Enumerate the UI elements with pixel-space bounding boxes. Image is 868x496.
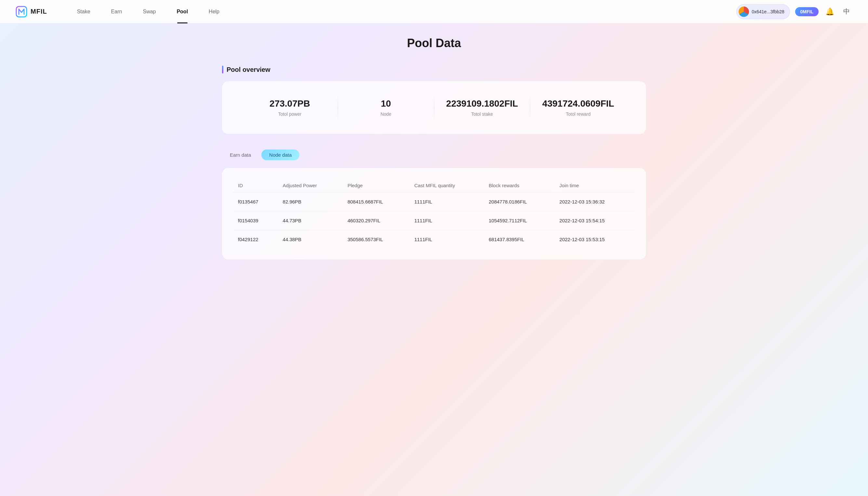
logo-area[interactable]: MFIL — [16, 6, 47, 18]
nav-earn[interactable]: Earn — [101, 0, 133, 24]
stat-node: 10 Node — [338, 98, 434, 117]
mfil-balance-badge[interactable]: 0MFIL — [795, 7, 819, 16]
stat-total-reward-value: 4391724.0609FIL — [530, 98, 626, 109]
nav-stake[interactable]: Stake — [67, 0, 101, 24]
stats-card: 273.07PB Totol power 10 Node 2239109.180… — [222, 81, 646, 134]
stat-total-reward: 4391724.0609FIL Totol reward — [530, 98, 626, 117]
cell-pledge-1: 460320.297FIL — [342, 211, 409, 230]
tab-node-data[interactable]: Node data — [261, 150, 299, 160]
col-cast-mfil: Cast MFIL quantity — [409, 179, 483, 192]
table-row: f0429122 44.38PB 350586.5573FIL 1111FIL … — [233, 230, 635, 249]
data-tabs: Earn data Node data — [222, 150, 646, 160]
data-table-card: ID Adjusted Power Pledge Cast MFIL quant… — [222, 168, 646, 259]
main-nav: Stake Earn Swap Pool Help — [67, 0, 737, 24]
stat-total-reward-label: Totol reward — [530, 111, 626, 117]
table-row: f0135467 82.96PB 808415.6687FIL 1111FIL … — [233, 192, 635, 211]
col-id: ID — [233, 179, 278, 192]
header: MFIL Stake Earn Swap Pool Help 0x641e...… — [0, 0, 868, 24]
cell-power-1: 44.73PB — [278, 211, 342, 230]
nav-pool[interactable]: Pool — [166, 0, 198, 24]
cell-pledge-0: 808415.6687FIL — [342, 192, 409, 211]
cell-time-1: 2022-12-03 15:54:15 — [554, 211, 635, 230]
cell-cast-2: 1111FIL — [409, 230, 483, 249]
table-body: f0135467 82.96PB 808415.6687FIL 1111FIL … — [233, 192, 635, 249]
cell-power-2: 44.38PB — [278, 230, 342, 249]
col-block-rewards: Block rewards — [483, 179, 554, 192]
notification-bell-icon[interactable]: 🔔 — [824, 6, 836, 18]
col-pledge: Pledge — [342, 179, 409, 192]
pool-overview-header: Pool overview — [222, 66, 646, 74]
logo-text: MFIL — [31, 8, 47, 15]
stat-total-power: 273.07PB Totol power — [242, 98, 338, 117]
tab-earn-data[interactable]: Earn data — [222, 150, 259, 160]
cell-rewards-1: 1054592.7112FIL — [483, 211, 554, 230]
cell-id-2: f0429122 — [233, 230, 278, 249]
table-header-row: ID Adjusted Power Pledge Cast MFIL quant… — [233, 179, 635, 192]
stat-total-stake-label: Totol stake — [434, 111, 530, 117]
cell-cast-1: 1111FIL — [409, 211, 483, 230]
cell-id-0: f0135467 — [233, 192, 278, 211]
cell-cast-0: 1111FIL — [409, 192, 483, 211]
cell-id-1: f0154039 — [233, 211, 278, 230]
header-right: 0x641e...3fbb28 0MFIL 🔔 中 — [737, 4, 852, 19]
stat-node-label: Node — [338, 111, 434, 117]
node-data-table: ID Adjusted Power Pledge Cast MFIL quant… — [233, 179, 635, 249]
col-join-time: Join time — [554, 179, 635, 192]
cell-time-0: 2022-12-03 15:36:32 — [554, 192, 635, 211]
wallet-avatar — [739, 6, 749, 17]
cell-power-0: 82.96PB — [278, 192, 342, 211]
stat-total-power-value: 273.07PB — [242, 98, 338, 109]
stat-total-stake-value: 2239109.1802FIL — [434, 98, 530, 109]
cell-rewards-2: 681437.8395FIL — [483, 230, 554, 249]
page-title: Pool Data — [222, 36, 646, 50]
nav-swap[interactable]: Swap — [132, 0, 166, 24]
stat-total-power-label: Totol power — [242, 111, 338, 117]
col-adjusted-power: Adjusted Power — [278, 179, 342, 192]
language-switcher-icon[interactable]: 中 — [841, 6, 852, 17]
table-row: f0154039 44.73PB 460320.297FIL 1111FIL 1… — [233, 211, 635, 230]
pool-overview-title: Pool overview — [227, 66, 270, 74]
logo-icon — [16, 6, 27, 18]
section-accent-bar — [222, 66, 223, 74]
table-header: ID Adjusted Power Pledge Cast MFIL quant… — [233, 179, 635, 192]
stat-node-value: 10 — [338, 98, 434, 109]
cell-time-2: 2022-12-03 15:53:15 — [554, 230, 635, 249]
wallet-address: 0x641e...3fbb28 — [751, 9, 784, 14]
cell-pledge-2: 350586.5573FIL — [342, 230, 409, 249]
main-content: Pool Data Pool overview 273.07PB Totol p… — [206, 24, 662, 273]
nav-help[interactable]: Help — [198, 0, 230, 24]
cell-rewards-0: 2084778.0186FIL — [483, 192, 554, 211]
wallet-button[interactable]: 0x641e...3fbb28 — [737, 4, 790, 19]
stat-total-stake: 2239109.1802FIL Totol stake — [434, 98, 530, 117]
